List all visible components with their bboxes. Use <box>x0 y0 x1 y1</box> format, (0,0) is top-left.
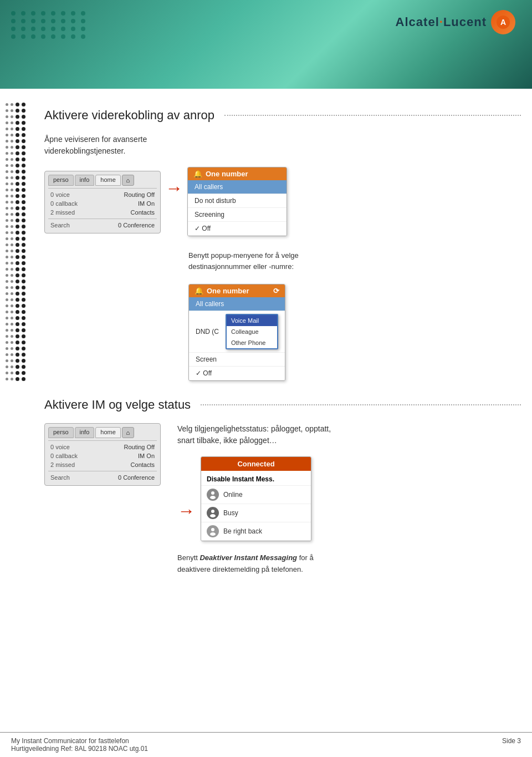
section1-desc: Åpne veiviseren for avanserte viderekobl… <box>44 134 147 157</box>
connected-busy[interactable]: Busy <box>201 504 311 522</box>
section2-benytt-block: Benytt Deaktiver Instant Messaging for å… <box>177 552 521 576</box>
popup2-header-icon: 🔔 <box>195 287 203 295</box>
connected-disable-im[interactable]: Disable Instant Mess. <box>201 471 311 486</box>
svg-text:A: A <box>500 18 506 27</box>
svg-point-2 <box>211 491 214 495</box>
dropdown-otherphone[interactable]: Other Phone <box>227 337 277 348</box>
section1-title: Aktivere viderekobling av anrop <box>44 108 214 123</box>
section1-arrow: → <box>165 178 183 199</box>
section2-phone-tab-home[interactable]: home <box>95 427 121 438</box>
logo-icon: A <box>491 10 515 34</box>
section2-phone-container: perso info home ⌂ 0 voice Routing Off 0 … <box>44 423 161 486</box>
section2-connected-popup: Connected Disable Instant Mess. Online <box>201 456 311 541</box>
popup2-item-screen[interactable]: Screen <box>189 353 285 367</box>
logo-text: Alcatel·Lucent <box>396 15 487 29</box>
section2-heading: Aktivere IM og velge status <box>44 398 521 412</box>
footer-ref: Hurtigveiledning Ref: 8AL 90218 NOAC utg… <box>11 745 148 753</box>
popup1-item-off[interactable]: ✓ Off <box>188 222 287 236</box>
footer-left-block: My Instant Communicator for fasttelefon … <box>11 737 148 753</box>
phone-row-search: Search 0 Conference <box>48 221 157 230</box>
section1-popup2-container: 🔔 One number ⟳ All callers DND (C Voice … <box>188 284 299 381</box>
section2-desc: Velg tilgjengelighetsstatus: pålogget, o… <box>177 423 521 446</box>
section2-phone-tab-perso[interactable]: perso <box>48 427 74 438</box>
phone-tab-info[interactable]: info <box>75 175 95 186</box>
connected-online[interactable]: Online <box>201 486 311 504</box>
header-decorative-dots <box>11 11 88 39</box>
phone-home-button[interactable]: ⌂ <box>122 175 134 186</box>
popup1-header-icon: 🔔 <box>193 170 202 178</box>
popup1-header: 🔔 One number <box>188 167 287 180</box>
connected-berightback[interactable]: Be right back <box>201 522 311 541</box>
footer: My Instant Communicator for fasttelefon … <box>0 732 532 757</box>
left-dot-column <box>6 97 39 724</box>
section2-phone-ui: perso info home ⌂ 0 voice Routing Off 0 … <box>44 423 161 486</box>
section1-benytt-text: Benytt popup-menyene for å velge destina… <box>188 250 299 272</box>
section2-phone-row-voice: 0 voice Routing Off <box>48 443 157 451</box>
online-person-icon <box>207 489 219 501</box>
popup2-item-dnd[interactable]: DND (C Voice Mail Colleague Other Phone <box>189 311 285 353</box>
section2-dotted-line <box>201 404 521 405</box>
dropdown-voicemail[interactable]: Voice Mail <box>227 315 277 326</box>
section1-popup1: 🔔 One number All callers Do not disturb … <box>187 167 287 236</box>
berightback-person-icon <box>207 525 219 537</box>
svg-point-5 <box>210 514 216 517</box>
popup2-item-allcallers[interactable]: All callers <box>189 297 285 311</box>
section1-heading: Aktivere viderekobling av anrop <box>44 108 521 123</box>
popup2-refresh-icon: ⟳ <box>273 287 279 295</box>
phone-row-missed: 2 missed Contacts <box>48 208 157 217</box>
phone-tab-home[interactable]: home <box>95 175 121 186</box>
svg-point-4 <box>211 510 214 513</box>
section2-title: Aktivere IM og velge status <box>44 398 191 412</box>
busy-person-icon <box>207 507 219 519</box>
svg-point-3 <box>210 496 216 499</box>
popup1-item-screening[interactable]: Screening <box>188 208 287 222</box>
phone-row-voice: 0 voice Routing Off <box>48 190 157 199</box>
section2-phone-tab-info[interactable]: info <box>75 427 95 438</box>
section1-phone-ui: perso info home ⌂ 0 voice Routing Off 0 … <box>44 171 161 233</box>
section2-phone-row-search: Search 0 Conference <box>48 473 157 482</box>
section2-phone-row-callback: 0 callback IM On <box>48 451 157 460</box>
section2-area: perso info home ⌂ 0 voice Routing Off 0 … <box>44 423 521 576</box>
section2-phone-row-missed: 2 missed Contacts <box>48 460 157 469</box>
section2-arrow: → <box>177 456 195 521</box>
main-content: Aktivere viderekobling av anrop Åpne vei… <box>44 89 521 576</box>
phone-tab-perso[interactable]: perso <box>48 175 74 186</box>
popup1-item-dnd[interactable]: Do not disturb <box>188 194 287 208</box>
dropdown-colleague[interactable]: Colleague <box>227 326 277 337</box>
section2-phone-home-button[interactable]: ⌂ <box>122 427 134 438</box>
logo-area: Alcatel·Lucent A <box>396 10 515 34</box>
footer-product-name: My Instant Communicator for fasttelefon <box>11 737 148 745</box>
section1-popup2: 🔔 One number ⟳ All callers DND (C Voice … <box>188 284 285 381</box>
phone-row-callback: 0 callback IM On <box>48 199 157 208</box>
popup2-item-off[interactable]: ✓ Off <box>189 367 285 380</box>
header-banner: Alcatel·Lucent A <box>0 0 532 89</box>
svg-point-7 <box>210 532 216 536</box>
footer-page-number: Side 3 <box>502 737 521 753</box>
popup1-item-allcallers[interactable]: All callers <box>188 180 287 194</box>
svg-point-6 <box>211 528 214 531</box>
connected-header: Connected <box>201 457 311 471</box>
popup2-header: 🔔 One number ⟳ <box>189 284 285 297</box>
section1-dotted-line <box>224 115 521 116</box>
